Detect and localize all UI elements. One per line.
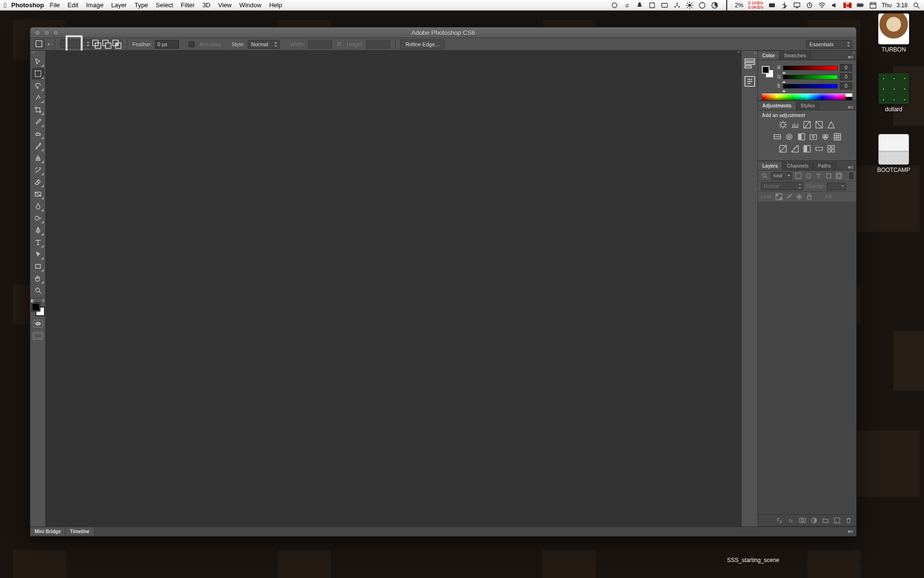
eraser-tool[interactable] xyxy=(32,176,44,188)
battery-icon[interactable] xyxy=(857,1,864,9)
desktop-icon-label[interactable]: SSS_starting_scene xyxy=(724,557,782,564)
status-pie-icon[interactable] xyxy=(711,1,719,9)
gradient-map-icon[interactable] xyxy=(815,144,823,153)
menu-select[interactable]: Select xyxy=(156,1,173,9)
menu-filter[interactable]: Filter xyxy=(181,1,195,9)
notification-icon[interactable] xyxy=(636,1,643,9)
antialias-checkbox[interactable] xyxy=(189,41,194,47)
feather-input[interactable] xyxy=(155,40,179,49)
levels-icon[interactable] xyxy=(791,120,799,129)
exposure-icon[interactable] xyxy=(815,120,823,129)
date-icon[interactable] xyxy=(869,1,877,9)
layer-mask-icon[interactable] xyxy=(799,517,806,524)
status-icon[interactable] xyxy=(661,1,668,9)
history-brush-tool[interactable] xyxy=(32,164,44,176)
cpu-percent[interactable]: 2% xyxy=(735,2,743,9)
clock-time[interactable]: 3:18 xyxy=(897,2,908,9)
input-source-flag-icon[interactable] xyxy=(843,2,852,8)
menu-help[interactable]: Help xyxy=(269,1,282,9)
intersect-selection-button[interactable] xyxy=(112,39,122,49)
menu-3d[interactable]: 3D xyxy=(203,1,211,9)
display-icon[interactable] xyxy=(793,1,801,9)
status-icon[interactable] xyxy=(768,1,776,9)
foreground-color[interactable] xyxy=(32,303,40,311)
tab-color[interactable]: Color xyxy=(758,52,780,60)
menu-type[interactable]: Type xyxy=(134,1,148,9)
gradient-tool[interactable] xyxy=(32,188,44,200)
link-layers-icon[interactable] xyxy=(776,517,783,524)
default-colors-icon[interactable]: ◧ xyxy=(31,299,35,303)
photo-filter-icon[interactable] xyxy=(809,132,818,141)
status-icon[interactable]: a xyxy=(623,1,631,9)
path-selection-tool[interactable] xyxy=(32,249,44,260)
tab-timeline[interactable]: Timeline xyxy=(65,527,94,536)
status-icon[interactable] xyxy=(648,1,656,9)
color-swatch-pair[interactable] xyxy=(762,66,773,78)
crop-tool[interactable] xyxy=(32,104,44,116)
delete-layer-icon[interactable] xyxy=(845,517,852,524)
r-value[interactable]: 0 xyxy=(840,64,852,71)
posterize-icon[interactable] xyxy=(791,144,799,153)
channel-mixer-icon[interactable] xyxy=(821,132,830,141)
clock-day[interactable]: Thu xyxy=(882,2,892,9)
panel-menu-icon[interactable]: ▾≡ xyxy=(845,529,856,534)
tab-styles[interactable]: Styles xyxy=(796,102,820,110)
tab-swatches[interactable]: Swatches xyxy=(780,52,811,60)
move-tool[interactable] xyxy=(32,56,44,67)
tab-paths[interactable]: Paths xyxy=(813,162,835,170)
r-slider[interactable] xyxy=(783,66,838,70)
brush-tool[interactable] xyxy=(32,140,44,152)
dodge-tool[interactable] xyxy=(32,212,44,224)
status-icon[interactable] xyxy=(673,1,681,9)
collapse-icon[interactable]: ‹‹ xyxy=(737,50,740,54)
filter-shape-icon[interactable] xyxy=(825,172,833,180)
menu-layer[interactable]: Layer xyxy=(111,1,127,9)
status-icon[interactable] xyxy=(611,1,618,9)
selective-color-icon[interactable] xyxy=(827,144,835,153)
collapse-icon[interactable]: ›› xyxy=(852,51,855,55)
apple-menu-icon[interactable]:  xyxy=(4,1,6,9)
app-menu[interactable]: Photoshop xyxy=(11,1,44,9)
lock-position-icon[interactable] xyxy=(796,193,803,200)
tab-mini-bridge[interactable]: Mini Bridge xyxy=(30,527,65,536)
lock-transparency-icon[interactable] xyxy=(775,193,783,200)
color-balance-icon[interactable] xyxy=(785,132,794,141)
panel-menu-icon[interactable]: ▾≡ xyxy=(845,105,856,110)
type-tool[interactable] xyxy=(32,236,44,248)
new-layer-icon[interactable] xyxy=(834,517,841,524)
black-white-icon[interactable] xyxy=(797,132,806,141)
collapse-icon[interactable]: ›› xyxy=(754,51,757,55)
lasso-tool[interactable] xyxy=(32,80,44,92)
desktop-icon-turbon[interactable]: TURBON xyxy=(872,13,915,53)
swap-colors-icon[interactable]: ↺ xyxy=(41,299,45,303)
hand-tool[interactable] xyxy=(32,273,44,284)
properties-panel-icon[interactable] xyxy=(744,76,756,87)
add-to-selection-button[interactable] xyxy=(91,39,102,49)
new-group-icon[interactable] xyxy=(822,517,829,524)
color-spectrum[interactable] xyxy=(762,93,852,100)
volume-icon[interactable] xyxy=(831,1,838,9)
healing-brush-tool[interactable] xyxy=(32,128,44,140)
filter-smart-icon[interactable] xyxy=(835,172,843,180)
blur-tool[interactable] xyxy=(32,200,44,212)
screen-mode[interactable] xyxy=(33,332,43,340)
current-tool-preset[interactable] xyxy=(34,39,45,49)
quick-mask-mode[interactable] xyxy=(33,320,43,328)
subtract-from-selection-button[interactable] xyxy=(102,39,112,49)
history-panel-icon[interactable] xyxy=(744,57,756,69)
menu-view[interactable]: View xyxy=(218,1,231,9)
network-stats[interactable]: 0.1KB/s0.0KB/s xyxy=(748,1,763,10)
new-adjustment-layer-icon[interactable] xyxy=(810,517,818,524)
tab-adjustments[interactable]: Adjustments xyxy=(758,102,796,110)
b-slider[interactable] xyxy=(783,84,838,89)
menu-file[interactable]: File xyxy=(50,1,60,9)
timemachine-icon[interactable] xyxy=(806,1,813,9)
eyedropper-tool[interactable] xyxy=(32,116,44,128)
menu-image[interactable]: Image xyxy=(86,1,103,9)
vibrance-icon[interactable] xyxy=(827,120,835,129)
pen-tool[interactable] xyxy=(32,224,44,236)
desktop-icon-bootcamp[interactable]: BOOTCAMP xyxy=(872,134,915,173)
hue-saturation-icon[interactable] xyxy=(773,132,782,141)
lock-pixels-icon[interactable] xyxy=(785,193,793,200)
filter-adjustment-icon[interactable] xyxy=(805,172,812,180)
